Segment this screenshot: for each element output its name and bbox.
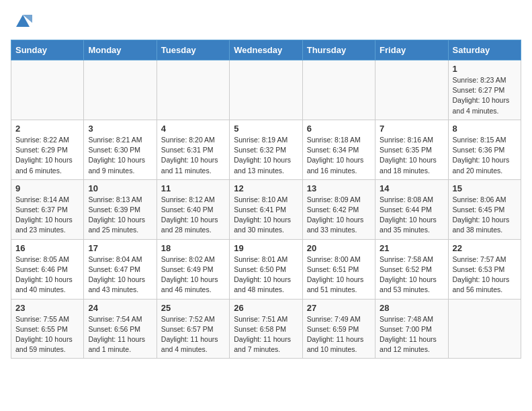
day-info: Sunrise: 8:01 AM Sunset: 6:50 PM Dayligh… bbox=[234, 255, 298, 295]
day-info: Sunrise: 7:49 AM Sunset: 6:59 PM Dayligh… bbox=[307, 314, 371, 355]
calendar-cell: 13Sunrise: 8:09 AM Sunset: 6:42 PM Dayli… bbox=[302, 179, 375, 239]
calendar-cell: 16Sunrise: 8:05 AM Sunset: 6:46 PM Dayli… bbox=[11, 239, 84, 299]
day-number: 26 bbox=[234, 303, 298, 313]
calendar-cell bbox=[375, 60, 448, 120]
day-number: 6 bbox=[307, 124, 371, 134]
calendar-cell: 19Sunrise: 8:01 AM Sunset: 6:50 PM Dayli… bbox=[230, 239, 302, 299]
day-number: 17 bbox=[88, 243, 152, 253]
calendar-cell: 3Sunrise: 8:21 AM Sunset: 6:30 PM Daylig… bbox=[84, 120, 157, 179]
calendar-cell bbox=[448, 299, 521, 359]
calendar-cell: 9Sunrise: 8:14 AM Sunset: 6:37 PM Daylig… bbox=[11, 179, 84, 239]
day-info: Sunrise: 8:19 AM Sunset: 6:32 PM Dayligh… bbox=[234, 135, 298, 176]
day-info: Sunrise: 8:04 AM Sunset: 6:47 PM Dayligh… bbox=[88, 255, 152, 295]
calendar-cell: 7Sunrise: 8:16 AM Sunset: 6:35 PM Daylig… bbox=[375, 120, 448, 179]
day-number: 21 bbox=[380, 243, 443, 253]
day-info: Sunrise: 7:51 AM Sunset: 6:58 PM Dayligh… bbox=[234, 314, 298, 355]
calendar-cell: 1Sunrise: 8:23 AM Sunset: 6:27 PM Daylig… bbox=[448, 60, 521, 120]
calendar-cell: 26Sunrise: 7:51 AM Sunset: 6:58 PM Dayli… bbox=[230, 299, 302, 359]
day-info: Sunrise: 7:54 AM Sunset: 6:56 PM Dayligh… bbox=[88, 314, 152, 355]
header-tuesday: Tuesday bbox=[157, 40, 229, 60]
logo bbox=[11, 11, 32, 33]
day-number: 14 bbox=[380, 183, 443, 193]
header-monday: Monday bbox=[84, 40, 157, 60]
calendar-week-5: 23Sunrise: 7:55 AM Sunset: 6:55 PM Dayli… bbox=[11, 299, 521, 359]
calendar-cell bbox=[230, 60, 302, 120]
logo-icon bbox=[13, 11, 32, 30]
day-number: 3 bbox=[88, 124, 152, 134]
day-number: 25 bbox=[161, 303, 225, 313]
day-info: Sunrise: 8:13 AM Sunset: 6:39 PM Dayligh… bbox=[88, 195, 152, 236]
day-number: 19 bbox=[234, 243, 298, 253]
day-info: Sunrise: 8:10 AM Sunset: 6:41 PM Dayligh… bbox=[234, 195, 298, 236]
calendar-week-3: 9Sunrise: 8:14 AM Sunset: 6:37 PM Daylig… bbox=[11, 179, 521, 239]
day-info: Sunrise: 7:58 AM Sunset: 6:52 PM Dayligh… bbox=[380, 255, 443, 295]
day-info: Sunrise: 8:00 AM Sunset: 6:51 PM Dayligh… bbox=[307, 255, 371, 295]
day-info: Sunrise: 8:21 AM Sunset: 6:30 PM Dayligh… bbox=[88, 135, 152, 176]
day-info: Sunrise: 7:57 AM Sunset: 6:53 PM Dayligh… bbox=[453, 255, 517, 295]
day-number: 27 bbox=[307, 303, 371, 313]
day-info: Sunrise: 8:14 AM Sunset: 6:37 PM Dayligh… bbox=[15, 195, 79, 236]
day-info: Sunrise: 8:20 AM Sunset: 6:31 PM Dayligh… bbox=[161, 135, 225, 176]
header-wednesday: Wednesday bbox=[230, 40, 302, 60]
calendar-cell: 25Sunrise: 7:52 AM Sunset: 6:57 PM Dayli… bbox=[157, 299, 229, 359]
calendar-cell: 18Sunrise: 8:02 AM Sunset: 6:49 PM Dayli… bbox=[157, 239, 229, 299]
day-info: Sunrise: 8:05 AM Sunset: 6:46 PM Dayligh… bbox=[15, 255, 79, 295]
day-info: Sunrise: 7:48 AM Sunset: 7:00 PM Dayligh… bbox=[380, 314, 443, 355]
day-number: 9 bbox=[15, 183, 79, 193]
day-info: Sunrise: 8:23 AM Sunset: 6:27 PM Dayligh… bbox=[453, 75, 517, 116]
day-number: 10 bbox=[88, 183, 152, 193]
calendar-cell: 4Sunrise: 8:20 AM Sunset: 6:31 PM Daylig… bbox=[157, 120, 229, 179]
calendar-cell: 10Sunrise: 8:13 AM Sunset: 6:39 PM Dayli… bbox=[84, 179, 157, 239]
calendar-header-row: SundayMondayTuesdayWednesdayThursdayFrid… bbox=[11, 40, 521, 60]
day-number: 24 bbox=[88, 303, 152, 313]
day-number: 2 bbox=[15, 124, 79, 134]
calendar-cell: 5Sunrise: 8:19 AM Sunset: 6:32 PM Daylig… bbox=[230, 120, 302, 179]
day-info: Sunrise: 8:15 AM Sunset: 6:36 PM Dayligh… bbox=[453, 135, 517, 176]
day-number: 1 bbox=[453, 64, 517, 74]
day-info: Sunrise: 7:55 AM Sunset: 6:55 PM Dayligh… bbox=[15, 314, 79, 355]
day-number: 11 bbox=[161, 183, 225, 193]
day-info: Sunrise: 8:22 AM Sunset: 6:29 PM Dayligh… bbox=[15, 135, 79, 176]
calendar-cell bbox=[11, 60, 84, 120]
calendar-cell: 17Sunrise: 8:04 AM Sunset: 6:47 PM Dayli… bbox=[84, 239, 157, 299]
day-number: 16 bbox=[15, 243, 79, 253]
calendar-cell: 23Sunrise: 7:55 AM Sunset: 6:55 PM Dayli… bbox=[11, 299, 84, 359]
day-number: 7 bbox=[380, 124, 443, 134]
calendar-cell: 2Sunrise: 8:22 AM Sunset: 6:29 PM Daylig… bbox=[11, 120, 84, 179]
header-friday: Friday bbox=[375, 40, 448, 60]
calendar-cell: 20Sunrise: 8:00 AM Sunset: 6:51 PM Dayli… bbox=[302, 239, 375, 299]
day-info: Sunrise: 8:06 AM Sunset: 6:45 PM Dayligh… bbox=[453, 195, 517, 236]
calendar-cell bbox=[157, 60, 229, 120]
day-number: 18 bbox=[161, 243, 225, 253]
day-number: 22 bbox=[453, 243, 517, 253]
day-number: 28 bbox=[380, 303, 443, 313]
calendar-week-4: 16Sunrise: 8:05 AM Sunset: 6:46 PM Dayli… bbox=[11, 239, 521, 299]
calendar-week-1: 1Sunrise: 8:23 AM Sunset: 6:27 PM Daylig… bbox=[11, 60, 521, 120]
day-number: 15 bbox=[453, 183, 517, 193]
calendar-cell: 14Sunrise: 8:08 AM Sunset: 6:44 PM Dayli… bbox=[375, 179, 448, 239]
calendar-cell: 11Sunrise: 8:12 AM Sunset: 6:40 PM Dayli… bbox=[157, 179, 229, 239]
calendar-cell: 8Sunrise: 8:15 AM Sunset: 6:36 PM Daylig… bbox=[448, 120, 521, 179]
day-number: 13 bbox=[307, 183, 371, 193]
calendar-cell: 28Sunrise: 7:48 AM Sunset: 7:00 PM Dayli… bbox=[375, 299, 448, 359]
calendar-cell: 6Sunrise: 8:18 AM Sunset: 6:34 PM Daylig… bbox=[302, 120, 375, 179]
calendar-cell: 22Sunrise: 7:57 AM Sunset: 6:53 PM Dayli… bbox=[448, 239, 521, 299]
day-number: 8 bbox=[453, 124, 517, 134]
day-number: 5 bbox=[234, 124, 298, 134]
header-sunday: Sunday bbox=[11, 40, 84, 60]
header-thursday: Thursday bbox=[302, 40, 375, 60]
calendar-week-2: 2Sunrise: 8:22 AM Sunset: 6:29 PM Daylig… bbox=[11, 120, 521, 179]
calendar-table: SundayMondayTuesdayWednesdayThursdayFrid… bbox=[11, 40, 521, 359]
day-info: Sunrise: 8:16 AM Sunset: 6:35 PM Dayligh… bbox=[380, 135, 443, 176]
page-header bbox=[11, 11, 521, 33]
day-info: Sunrise: 8:18 AM Sunset: 6:34 PM Dayligh… bbox=[307, 135, 371, 176]
day-number: 12 bbox=[234, 183, 298, 193]
day-info: Sunrise: 8:02 AM Sunset: 6:49 PM Dayligh… bbox=[161, 255, 225, 295]
day-number: 23 bbox=[15, 303, 79, 313]
day-number: 20 bbox=[307, 243, 371, 253]
calendar-cell: 24Sunrise: 7:54 AM Sunset: 6:56 PM Dayli… bbox=[84, 299, 157, 359]
day-info: Sunrise: 8:08 AM Sunset: 6:44 PM Dayligh… bbox=[380, 195, 443, 236]
calendar-cell bbox=[302, 60, 375, 120]
header-saturday: Saturday bbox=[448, 40, 521, 60]
calendar-cell: 21Sunrise: 7:58 AM Sunset: 6:52 PM Dayli… bbox=[375, 239, 448, 299]
